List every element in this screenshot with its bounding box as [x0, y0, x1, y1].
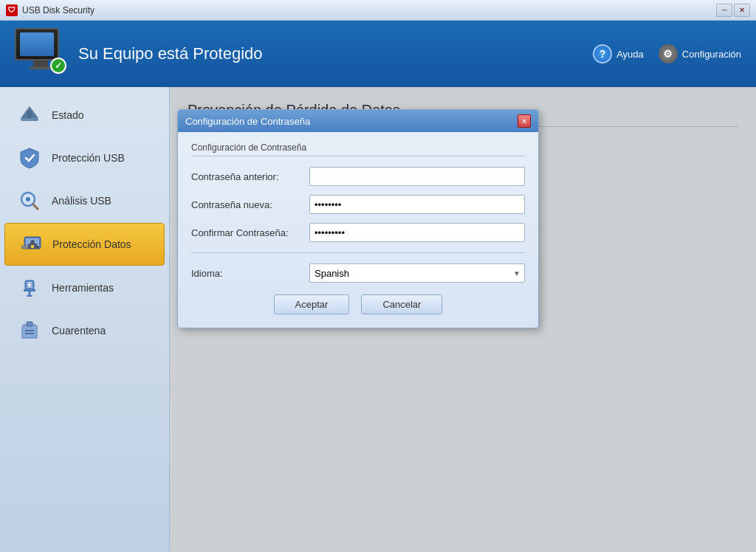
- monitor-base: [30, 66, 52, 69]
- old-password-row: Contraseña anterior:: [191, 167, 525, 186]
- help-icon: ?: [593, 44, 612, 63]
- header-monitor-icon: ✓: [15, 28, 66, 80]
- close-button[interactable]: ✕: [734, 4, 750, 17]
- sidebar-item-estado[interactable]: Estado: [4, 94, 165, 136]
- sidebar-label-cuarentena: Cuarentena: [52, 325, 106, 337]
- modal-footer: Aceptar Cancelar: [191, 294, 525, 314]
- svg-point-6: [26, 197, 30, 201]
- check-badge-icon: ✓: [50, 58, 66, 74]
- config-button[interactable]: ⚙ Configuración: [659, 44, 741, 63]
- svg-rect-21: [27, 322, 32, 326]
- new-password-row: Contraseña nueva:: [191, 195, 525, 214]
- svg-rect-13: [24, 289, 35, 291]
- modal-section-title: Configuración de Contraseña: [191, 142, 525, 156]
- confirm-password-input[interactable]: [309, 223, 525, 242]
- sidebar-item-proteccion-datos[interactable]: Protección Datos: [4, 223, 165, 266]
- config-label: Configuración: [682, 49, 741, 60]
- sidebar-label-proteccion-datos: Protección Datos: [52, 238, 131, 250]
- confirm-password-label: Confirmar Contraseña:: [191, 227, 309, 238]
- sidebar-label-herramientas: Herramientas: [52, 282, 114, 294]
- app-header: ✓ Su Equipo está Protegido ? Ayuda ⚙ Con…: [0, 21, 756, 87]
- cuarentena-icon: [16, 317, 43, 344]
- sidebar-label-proteccion-usb: Protección USB: [52, 152, 125, 164]
- accept-button[interactable]: Aceptar: [274, 294, 350, 314]
- minimize-button[interactable]: ─: [716, 4, 732, 17]
- svg-rect-11: [31, 245, 34, 248]
- svg-rect-2: [27, 111, 32, 118]
- help-button[interactable]: ? Ayuda: [593, 44, 644, 63]
- language-select-wrapper: Spanish English French German Italian Po…: [309, 263, 525, 283]
- analisis-usb-icon: [16, 187, 43, 214]
- monitor-body: [15, 28, 59, 61]
- sidebar-item-proteccion-usb[interactable]: Protección USB: [4, 137, 165, 179]
- proteccion-datos-icon: [17, 231, 44, 258]
- sidebar: Estado Protección USB Análisis USB: [0, 87, 170, 552]
- app-body: Estado Protección USB Análisis USB: [0, 87, 756, 552]
- sidebar-label-analisis-usb: Análisis USB: [52, 195, 111, 207]
- svg-rect-0: [21, 118, 38, 121]
- sidebar-item-analisis-usb[interactable]: Análisis USB: [4, 180, 165, 221]
- title-bar: 🛡 USB Disk Security ─ ✕: [0, 0, 756, 21]
- svg-rect-15: [27, 295, 32, 297]
- modal-divider: [191, 252, 525, 253]
- old-password-input[interactable]: [309, 167, 525, 186]
- old-password-label: Contraseña anterior:: [191, 171, 309, 182]
- svg-point-16: [28, 283, 31, 286]
- sidebar-label-estado: Estado: [52, 109, 84, 121]
- modal-title: Configuración de Contraseña: [185, 116, 310, 127]
- estado-icon: [16, 102, 43, 128]
- proteccion-usb-icon: [16, 145, 43, 171]
- herramientas-icon: [16, 275, 43, 301]
- confirm-password-row: Confirmar Contraseña:: [191, 223, 525, 242]
- monitor-screen: [20, 32, 54, 56]
- new-password-label: Contraseña nueva:: [191, 199, 309, 210]
- header-actions: ? Ayuda ⚙ Configuración: [593, 44, 741, 63]
- header-status-text: Su Equipo está Protegido: [78, 44, 593, 63]
- help-label: Ayuda: [616, 49, 644, 60]
- sidebar-item-cuarentena[interactable]: Cuarentena: [4, 310, 165, 351]
- modal-body: Configuración de Contraseña Contraseña a…: [178, 132, 538, 328]
- cancel-button[interactable]: Cancelar: [361, 294, 442, 314]
- modal-overlay: Configuración de Contraseña ✕ Configurac…: [170, 87, 756, 552]
- password-config-modal: Configuración de Contraseña ✕ Configurac…: [177, 109, 539, 328]
- monitor-stand: [33, 61, 48, 66]
- gear-icon: ⚙: [659, 44, 678, 63]
- language-row: Idioma: Spanish English French German It…: [191, 263, 525, 283]
- new-password-input[interactable]: [309, 195, 525, 214]
- title-bar-left: 🛡 USB Disk Security: [6, 4, 94, 16]
- title-bar-controls: ─ ✕: [716, 4, 750, 17]
- language-select[interactable]: Spanish English French German Italian Po…: [309, 263, 525, 283]
- modal-close-button[interactable]: ✕: [518, 114, 531, 128]
- app-title: USB Disk Security: [22, 5, 94, 15]
- content-area: Prevención de Pérdida de Datos atos conf…: [170, 87, 756, 552]
- language-label: Idioma:: [191, 268, 309, 279]
- app-icon: 🛡: [6, 4, 18, 16]
- svg-line-5: [33, 204, 38, 209]
- modal-titlebar: Configuración de Contraseña ✕: [178, 110, 538, 132]
- sidebar-item-herramientas[interactable]: Herramientas: [4, 267, 165, 308]
